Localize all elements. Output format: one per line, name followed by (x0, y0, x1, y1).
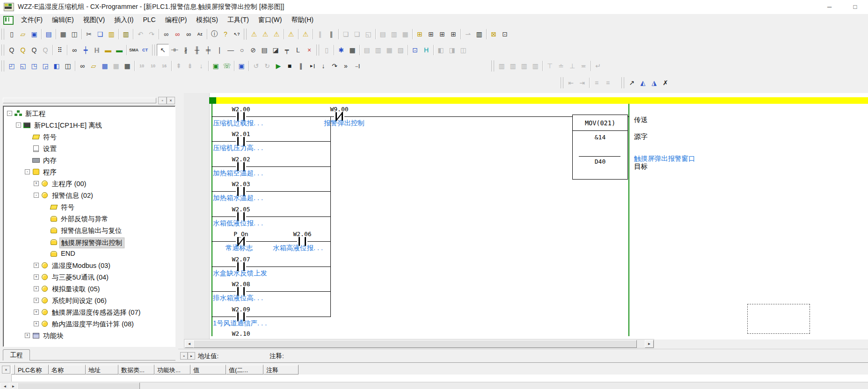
tree-item-label[interactable]: 报警信息 (02) (51, 191, 95, 201)
toolbar-grip[interactable] (561, 77, 563, 88)
watch-column-7[interactable]: 值(二... (226, 365, 263, 375)
zoom-in-icon[interactable]: Q (6, 44, 17, 56)
compile-section-check-icon[interactable]: ⚠ (260, 29, 271, 40)
tree-item-label[interactable]: 程序 (42, 167, 58, 177)
new-icon[interactable]: ▯ (6, 29, 17, 40)
menu-item-4[interactable]: 插入(I) (109, 14, 138, 26)
tree-item-3[interactable]: 设置 (3, 143, 175, 154)
open-icon[interactable]: ▱ (17, 29, 29, 40)
tree-item-label[interactable]: END (59, 249, 77, 258)
address-reference-icon[interactable]: ⊡ (409, 44, 421, 56)
toolbar-grip[interactable] (152, 44, 155, 56)
block-comment-icon[interactable]: ▬ (114, 44, 125, 56)
expand-icon[interactable]: + (25, 333, 30, 338)
step-in-icon[interactable]: ↓ (318, 60, 329, 72)
fast-forward-icon[interactable]: » (340, 60, 351, 72)
tree-item-label[interactable]: 内存 (42, 156, 58, 166)
tree-item-7[interactable]: -报警信息 (02) (3, 189, 175, 201)
tree-item-8[interactable]: 符号 (3, 201, 175, 213)
toolbar-grip[interactable] (316, 44, 319, 56)
toolbar-grip[interactable] (621, 77, 624, 88)
save-icon[interactable]: ▣ (29, 29, 40, 40)
panel-dock-button[interactable]: ▫ (158, 97, 167, 104)
watch-scroll-thumb[interactable] (17, 382, 140, 389)
differential-monitor-icon[interactable]: H (421, 44, 432, 56)
toolbar-grip[interactable] (491, 60, 494, 72)
context-help-icon[interactable]: ↖? (231, 29, 242, 40)
io-table-window-icon[interactable]: ⊞ (414, 29, 425, 40)
memory-view-icon[interactable]: ▦ (122, 60, 133, 72)
tree-item-label[interactable]: 模拟量读取 (05) (51, 284, 101, 294)
compile-icon[interactable]: ▤ (43, 29, 54, 40)
tree-item-label[interactable]: 报警信息输出与复位 (59, 226, 124, 236)
print-preview-icon[interactable]: ◫ (69, 29, 80, 40)
watch-rows-area[interactable] (11, 375, 868, 382)
watch-column-5[interactable]: 功能块... (154, 365, 190, 375)
overview-icon[interactable]: ∞ (69, 44, 80, 56)
ladder-editor[interactable]: W2.00压缩机过载报. . .W2.01压缩机压力高. . .W2.02加热箱… (184, 93, 868, 339)
help-icon[interactable]: ? (220, 29, 231, 40)
horizontal-line-icon[interactable]: — (225, 44, 236, 56)
replace-icon[interactable]: ∞ (172, 29, 183, 40)
menu-item-1[interactable]: 文件(F) (16, 14, 47, 26)
monitor-ct-icon[interactable]: CT (139, 44, 151, 56)
transfer-check-icon[interactable]: ⚠ (300, 29, 311, 40)
toolbar-grip[interactable] (1, 60, 4, 72)
collapse-icon[interactable]: - (16, 122, 21, 128)
step-over-icon[interactable]: ↷ (329, 60, 340, 72)
expand-icon[interactable]: + (34, 263, 39, 268)
menu-item-7[interactable]: 模拟(S) (191, 14, 223, 26)
expand-icon[interactable]: + (34, 310, 39, 315)
bar-close-button[interactable]: × (180, 352, 188, 360)
zoom-100-icon[interactable]: Q (29, 44, 40, 56)
instruction-operand-2[interactable]: D40 (573, 158, 627, 165)
minimize-button[interactable]: ─ (819, 0, 840, 14)
select-tool[interactable]: ↖ (157, 44, 169, 56)
coil-icon[interactable]: ○ (236, 44, 248, 56)
expand-icon[interactable]: + (34, 298, 39, 303)
mov-instruction-block[interactable]: MOV(021)&14D40 (572, 115, 628, 180)
contact-nc-icon[interactable]: ∦ (180, 44, 191, 56)
tree-item-18[interactable]: +舱内温湿度平均值计算 (08) (3, 318, 175, 330)
work-online-icon[interactable]: ▣ (210, 60, 221, 72)
pause-sim-icon[interactable]: ∥ (295, 60, 306, 72)
paste-rung-icon[interactable]: ▥ (120, 29, 131, 40)
expand-icon[interactable]: + (34, 321, 39, 326)
watch-column-6[interactable]: 值 (190, 365, 226, 375)
grid-icon[interactable]: ⠿ (54, 44, 66, 56)
lock-icon[interactable]: ⊠ (488, 29, 499, 40)
zoom-custom-icon[interactable]: Q (17, 44, 29, 56)
tree-item-label[interactable]: 舱内温湿度平均值计算 (08) (51, 319, 135, 329)
watch-column-8[interactable]: 注释 (263, 365, 299, 375)
contact-no-icon[interactable]: ⊣⊢ (169, 44, 180, 56)
tree-item-label[interactable]: 系统时间设定 (06) (51, 296, 108, 306)
monitor-start-icon[interactable]: ◭ (637, 77, 649, 88)
toolbar-grip[interactable] (244, 29, 247, 40)
menu-item-6[interactable]: 编程(P) (160, 14, 192, 26)
schedule-icon[interactable]: ▦ (347, 44, 358, 56)
delete-icon[interactable]: × (304, 44, 315, 56)
online-simulator-icon[interactable]: ☏ (221, 60, 233, 72)
scroll-right-arrow[interactable]: ► (645, 340, 654, 348)
menu-item-2[interactable]: 编辑(E) (47, 14, 79, 26)
menu-item-3[interactable]: 视图(V) (79, 14, 110, 26)
unlock-icon[interactable]: ⊡ (499, 29, 511, 40)
tree-item-label[interactable]: 外部反馈与异常 (59, 214, 110, 224)
rung-marker[interactable] (209, 97, 216, 104)
watch-close-button[interactable]: × (2, 366, 10, 374)
rung-header-highlight[interactable] (216, 97, 868, 104)
monitor-sma-icon[interactable]: SMA (128, 44, 139, 56)
tree-item-label[interactable]: 触摸屏报警弹出控制 (59, 238, 124, 248)
monitor-pause-icon[interactable]: ◮ (649, 77, 660, 88)
view-window-1-icon[interactable]: ◰ (6, 60, 17, 72)
step-end-icon[interactable]: ►| (306, 60, 318, 72)
expand-icon[interactable]: + (34, 274, 39, 280)
menu-item-9[interactable]: 窗口(W) (254, 14, 287, 26)
tree-item-9[interactable]: 外部反馈与异常 (3, 213, 175, 224)
tree-item-label[interactable]: 设置 (42, 144, 58, 154)
find-icon[interactable]: ∞ (160, 29, 172, 40)
tab-project[interactable]: 工程 (3, 349, 30, 360)
scroll-thumb[interactable] (193, 340, 637, 348)
local-symbols-icon[interactable]: ▱ (88, 60, 99, 72)
l-connector-icon[interactable]: L (292, 44, 304, 56)
